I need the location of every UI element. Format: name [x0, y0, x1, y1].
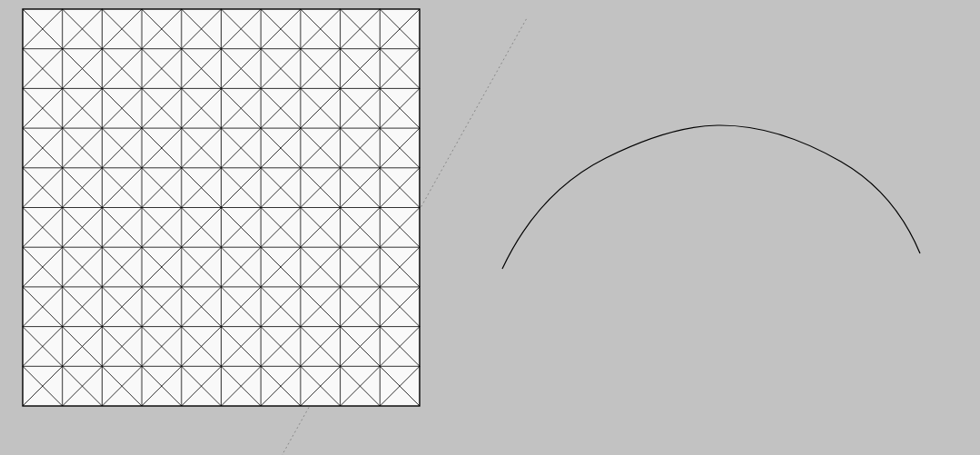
- modeling-viewport[interactable]: [0, 0, 980, 455]
- grid-face[interactable]: [23, 9, 420, 406]
- grid-edges: [23, 9, 420, 406]
